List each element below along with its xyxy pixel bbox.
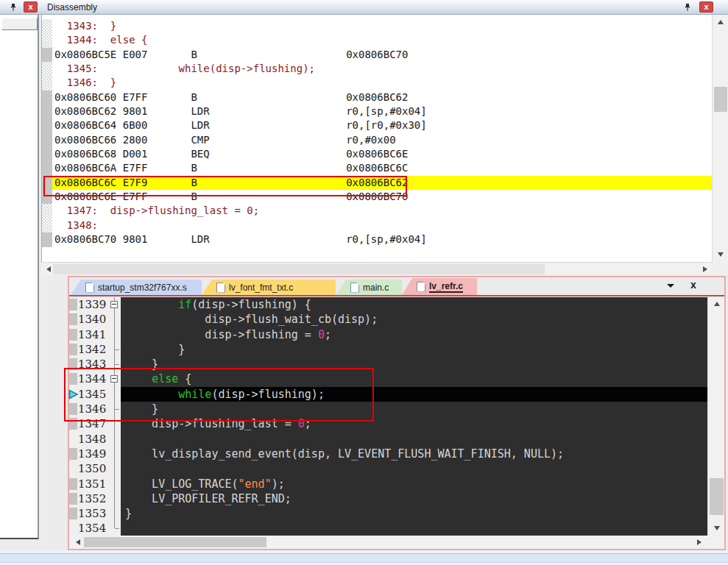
disasm-line[interactable]: 0x0806BC68 D001 BEQ 0x0806BC6E — [42, 147, 712, 161]
scroll-left-button[interactable] — [41, 263, 52, 275]
disasm-gutter-cell[interactable] — [42, 204, 52, 218]
tab-lv_font_fmt_txt.c[interactable]: lv_font_fmt_txt.c — [202, 280, 336, 295]
code-line[interactable]: 1352 LV_PROFILER_REFR_END; — [69, 491, 707, 506]
breakpoint-margin-cell[interactable] — [69, 506, 78, 521]
disasm-line[interactable]: 1345: while(disp->flushing); — [42, 62, 712, 76]
disasm-line-text: 0x0806BC62 9801 LDR r0,[sp,#0x04] — [52, 104, 712, 118]
code-line[interactable]: 1354 — [69, 521, 707, 536]
disassembly-content[interactable]: 1343: } 1344: else {0x0806BC5E E007 B 0x… — [41, 15, 712, 262]
breakpoint-margin-cell[interactable] — [69, 342, 78, 357]
code-line[interactable]: 1342 } — [69, 342, 707, 357]
breakpoint-margin-cell[interactable] — [69, 372, 78, 386]
disasm-line[interactable]: 0x0806BC6C E7F9 B 0x0806BC62 — [42, 176, 712, 190]
disassembly-titlebar[interactable]: Disassembly x — [41, 0, 728, 15]
disasm-line[interactable]: 0x0806BC62 9801 LDR r0,[sp,#0x04] — [42, 104, 712, 118]
code-line[interactable]: 1339 if(disp->flushing) { — [69, 297, 707, 312]
breakpoint-margin-cell[interactable] — [69, 432, 78, 447]
code-line[interactable]: 1343 } — [69, 357, 707, 372]
disasm-gutter-cell[interactable] — [42, 118, 52, 132]
disasm-gutter-cell[interactable] — [42, 62, 52, 76]
disassembly-horizontal-scrollbar[interactable] — [41, 262, 712, 275]
disasm-line[interactable]: 1344: else { — [42, 33, 712, 47]
scroll-left-button[interactable] — [71, 536, 82, 548]
disasm-line[interactable]: 0x0806BC6A E7FF B 0x0806BC6C — [42, 161, 712, 175]
scrollbar-thumb[interactable] — [714, 87, 727, 112]
disasm-gutter-cell[interactable] — [42, 161, 52, 175]
close-icon[interactable]: x — [24, 1, 38, 13]
disasm-gutter-cell[interactable] — [42, 176, 52, 190]
disasm-gutter-cell[interactable] — [42, 19, 52, 33]
disasm-gutter-cell[interactable] — [42, 133, 52, 147]
scrollbar-thumb[interactable] — [84, 537, 266, 547]
breakpoint-margin-cell[interactable] — [69, 357, 78, 372]
code-line[interactable]: 1345 while(disp->flushing); — [69, 387, 707, 402]
fold-margin-cell[interactable] — [109, 372, 121, 386]
scrollbar-thumb[interactable] — [710, 478, 724, 515]
disasm-line[interactable]: 1343: } — [42, 19, 712, 33]
editor-horizontal-scrollbar[interactable] — [69, 536, 724, 549]
disasm-gutter-cell[interactable] — [42, 218, 52, 232]
scroll-up-button[interactable] — [713, 15, 728, 26]
code-line[interactable]: 1346 } — [69, 402, 707, 416]
code-line[interactable]: 1347 disp->flushing_last = 0; — [69, 416, 707, 431]
breakpoint-margin-cell[interactable] — [69, 297, 78, 312]
disasm-line[interactable]: 1347: disp->flushing_last = 0; — [42, 204, 712, 218]
pin-icon[interactable] — [683, 2, 692, 12]
scroll-down-button[interactable] — [713, 250, 728, 262]
breakpoint-margin-cell[interactable] — [69, 461, 78, 476]
breakpoint-margin-cell[interactable] — [69, 477, 78, 491]
tab-startup_stm32f767xx.s[interactable]: startup_stm32f767xx.s — [71, 280, 202, 295]
disasm-line[interactable]: 0x0806BC5E E007 B 0x0806BC70 — [42, 48, 712, 62]
disasm-gutter-cell[interactable] — [42, 76, 52, 90]
breakpoint-margin-cell[interactable] — [69, 327, 78, 342]
code-line[interactable]: 1353} — [69, 506, 707, 521]
tab-main.c[interactable]: main.c — [336, 280, 402, 295]
disassembly-vertical-scrollbar[interactable] — [712, 15, 728, 262]
tab-lv_refr.c[interactable]: lv_refr.c — [402, 278, 477, 295]
disasm-gutter-cell[interactable] — [42, 48, 52, 62]
editor-vertical-scrollbar[interactable] — [707, 296, 724, 536]
line-number: 1349 — [78, 447, 109, 461]
close-icon[interactable]: x — [699, 1, 713, 13]
disasm-line[interactable]: 0x0806BC60 E7FF B 0x0806BC62 — [42, 90, 712, 104]
disasm-gutter-cell[interactable] — [42, 90, 52, 104]
fold-margin-cell[interactable] — [109, 297, 121, 312]
code-line[interactable]: 1341 disp->flushing = 0; — [69, 327, 707, 342]
fold-margin-cell — [109, 342, 121, 357]
scroll-right-button[interactable] — [701, 263, 712, 275]
breakpoint-margin-cell[interactable] — [69, 491, 78, 506]
disasm-gutter-cell[interactable] — [42, 33, 52, 47]
disasm-line[interactable]: 0x0806BC64 6B00 LDR r0,[r0,#0x30] — [42, 118, 712, 132]
breakpoint-margin-cell[interactable] — [69, 312, 78, 327]
scroll-down-button[interactable] — [708, 524, 724, 536]
disasm-line[interactable]: 0x0806BC6E E7FF B 0x0806BC70 — [42, 190, 712, 204]
scroll-up-button[interactable] — [708, 296, 724, 308]
code-line[interactable]: 1340 disp->flush_wait_cb(disp); — [69, 312, 707, 327]
chevron-down-icon[interactable] — [667, 284, 674, 291]
left-pane-titlebar[interactable]: x — [0, 0, 41, 15]
breakpoint-margin-cell[interactable] — [69, 402, 78, 416]
code-line[interactable]: 1344 else { — [69, 372, 707, 386]
code-editor[interactable]: 1339 if(disp->flushing) {1340 disp->flus… — [69, 296, 724, 536]
fold-collapse-icon[interactable] — [110, 375, 118, 383]
close-icon[interactable]: x — [688, 279, 699, 291]
disasm-gutter-cell[interactable] — [42, 104, 52, 118]
scrollbar-thumb[interactable] — [53, 264, 545, 274]
breakpoint-margin-cell[interactable] — [69, 521, 78, 536]
disasm-gutter-cell[interactable] — [42, 232, 52, 246]
disasm-line[interactable]: 1346: } — [42, 76, 712, 90]
code-line[interactable]: 1351 LV_LOG_TRACE("end"); — [69, 477, 707, 491]
code-line[interactable]: 1348 — [69, 432, 707, 447]
disasm-line[interactable]: 0x0806BC66 2800 CMP r0,#0x00 — [42, 133, 712, 147]
disasm-line[interactable]: 0x0806BC70 9801 LDR r0,[sp,#0x04] — [42, 232, 712, 246]
disasm-gutter-cell[interactable] — [42, 190, 52, 204]
breakpoint-margin-cell[interactable] — [69, 447, 78, 461]
scroll-right-button[interactable] — [695, 536, 706, 548]
code-line[interactable]: 1349 lv_display_send_event(disp, LV_EVEN… — [69, 447, 707, 461]
disasm-line[interactable]: 1348: — [42, 218, 712, 232]
disasm-gutter-cell[interactable] — [42, 147, 52, 161]
breakpoint-margin-cell[interactable] — [69, 416, 78, 431]
pin-icon[interactable] — [9, 2, 18, 12]
code-line[interactable]: 1350 — [69, 461, 707, 476]
fold-collapse-icon[interactable] — [110, 301, 118, 308]
